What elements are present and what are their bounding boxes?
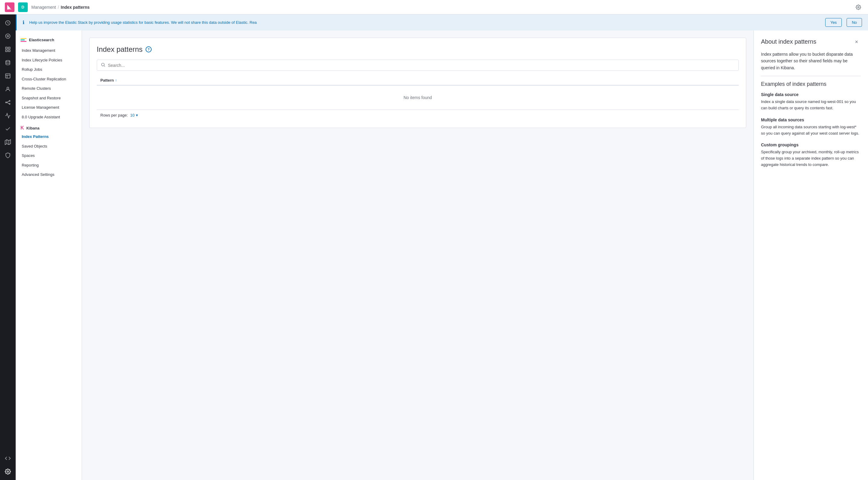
elasticsearch-title: Elasticsearch <box>29 38 54 42</box>
panel-divider <box>761 76 861 76</box>
panel-header: About index patterns × <box>761 38 861 46</box>
table-header: Pattern ↑ <box>97 76 739 85</box>
sort-icon[interactable]: ↑ <box>115 78 117 82</box>
example-multiple-title: Multiple data sources <box>761 117 861 122</box>
svg-rect-9 <box>6 74 10 78</box>
sidebar-item-spaces[interactable]: Spaces <box>16 151 82 161</box>
index-patterns-card: Index patterns ? Pattern ↑ <box>89 38 746 128</box>
svg-rect-5 <box>8 47 10 49</box>
sidebar: Elasticsearch Index Management Index Lif… <box>16 30 82 480</box>
nav-icon-uptime[interactable] <box>2 123 14 135</box>
nav-icon-stack[interactable] <box>2 57 14 69</box>
svg-point-2 <box>6 34 10 39</box>
rows-per-page: Rows per page: 10 ▾ <box>97 110 739 121</box>
sidebar-item-ilm[interactable]: Index Lifecycle Policies <box>16 56 82 65</box>
sidebar-item-reporting[interactable]: Reporting <box>16 161 82 170</box>
svg-rect-6 <box>6 50 7 52</box>
sidebar-item-remote-clusters[interactable]: Remote Clusters <box>16 84 82 93</box>
banner-yes-button[interactable]: Yes <box>825 18 842 27</box>
example-custom: Custom groupings Specifically group your… <box>761 142 861 168</box>
search-icon <box>101 62 105 68</box>
main-layout: ℹ Help us improve the Elastic Stack by p… <box>0 14 868 480</box>
nav-icon-graph[interactable] <box>2 96 14 108</box>
sidebar-item-ccr[interactable]: Cross-Cluster Replication <box>16 74 82 84</box>
svg-line-14 <box>7 101 9 102</box>
example-custom-desc: Specifically group your archived, monthl… <box>761 149 861 168</box>
kibana-logo <box>5 2 14 12</box>
sidebar-item-advanced-settings[interactable]: Advanced Settings <box>16 170 82 179</box>
rows-per-page-label: Rows per page: <box>100 113 128 117</box>
top-bar: D Management / Index patterns <box>0 0 868 14</box>
nav-icon-devtools[interactable] <box>2 452 14 464</box>
search-input[interactable] <box>108 63 735 68</box>
breadcrumb: Management / Index patterns <box>31 5 90 10</box>
sidebar-item-saved-objects[interactable]: Saved Objects <box>16 141 82 151</box>
sidebar-item-license-management[interactable]: License Management <box>16 103 82 112</box>
svg-line-21 <box>104 66 105 67</box>
nav-icon-security[interactable] <box>2 149 14 162</box>
nav-icon-discover[interactable] <box>2 30 14 42</box>
nav-icon-management[interactable] <box>2 466 14 478</box>
sidebar-item-rollup-jobs[interactable]: Rollup Jobs <box>16 65 82 74</box>
svg-point-11 <box>6 102 7 103</box>
rows-per-page-value: 10 <box>130 113 134 117</box>
banner-no-button[interactable]: No <box>846 18 862 27</box>
svg-rect-7 <box>8 50 10 52</box>
banner-text: Help us improve the Elastic Stack by pro… <box>29 20 820 25</box>
nav-icon-recent[interactable] <box>2 17 14 29</box>
example-multiple: Multiple data sources Group all incoming… <box>761 117 861 137</box>
breadcrumb-parent[interactable]: Management <box>31 5 56 10</box>
svg-line-15 <box>7 102 9 104</box>
page-title-row: Index patterns ? <box>97 45 739 54</box>
search-box <box>97 60 739 71</box>
no-items-message: No items found <box>97 85 739 110</box>
nav-icon-user[interactable] <box>2 83 14 95</box>
examples-title: Examples of index patterns <box>761 81 861 87</box>
elasticsearch-section-header: Elasticsearch <box>16 35 82 44</box>
example-single: Single data source Index a single data s… <box>761 92 861 111</box>
sidebar-item-index-patterns[interactable]: Index Patterns <box>16 132 82 141</box>
sidebar-item-snapshot-restore[interactable]: Snapshot and Restore <box>16 93 82 103</box>
close-button[interactable]: × <box>852 38 861 46</box>
elastic-icon <box>21 38 27 42</box>
example-custom-title: Custom groupings <box>761 142 861 147</box>
rows-per-page-select[interactable]: 10 ▾ <box>130 113 138 117</box>
svg-point-12 <box>9 100 10 101</box>
left-nav <box>0 14 16 480</box>
page-area: Index patterns ? Pattern ↑ <box>82 30 753 480</box>
user-avatar: D <box>18 2 28 12</box>
nav-icon-maps[interactable] <box>2 136 14 148</box>
svg-point-10 <box>7 87 9 89</box>
page-title: Index patterns <box>97 45 143 54</box>
panel-description: Index patterns allow you to bucket dispa… <box>761 51 861 71</box>
breadcrumb-current: Index patterns <box>61 5 90 10</box>
panel-title: About index patterns <box>761 38 852 45</box>
pattern-column-header: Pattern <box>100 78 114 82</box>
right-panel: About index patterns × Index patterns al… <box>753 30 868 480</box>
example-multiple-desc: Group all incoming data sources starting… <box>761 124 861 137</box>
kibana-title: Kibana <box>27 126 39 130</box>
svg-point-20 <box>101 63 104 66</box>
kibana-k-icon: K <box>21 125 24 131</box>
svg-point-0 <box>858 6 859 8</box>
kibana-section-header: K Kibana <box>16 122 82 132</box>
svg-point-3 <box>7 36 9 37</box>
nav-icon-dashboard[interactable] <box>2 43 14 56</box>
svg-point-19 <box>7 471 9 473</box>
settings-button[interactable] <box>854 2 863 12</box>
banner-info-icon: ℹ <box>23 20 24 25</box>
nav-icon-apm[interactable] <box>2 110 14 122</box>
svg-marker-16 <box>5 140 10 145</box>
svg-rect-4 <box>6 47 7 49</box>
svg-point-13 <box>9 103 10 104</box>
svg-point-8 <box>6 61 10 62</box>
nav-icon-canvas[interactable] <box>2 70 14 82</box>
breadcrumb-sep: / <box>58 5 59 10</box>
help-icon[interactable]: ? <box>146 46 152 53</box>
chevron-down-icon: ▾ <box>136 113 138 117</box>
sidebar-item-upgrade-assistant[interactable]: 8.0 Upgrade Assistant <box>16 112 82 122</box>
app-wrapper: D Management / Index patterns <box>0 0 868 480</box>
top-bar-right <box>854 2 863 12</box>
sidebar-item-index-management[interactable]: Index Management <box>16 46 82 56</box>
example-single-desc: Index a single data source named log-wes… <box>761 99 861 111</box>
